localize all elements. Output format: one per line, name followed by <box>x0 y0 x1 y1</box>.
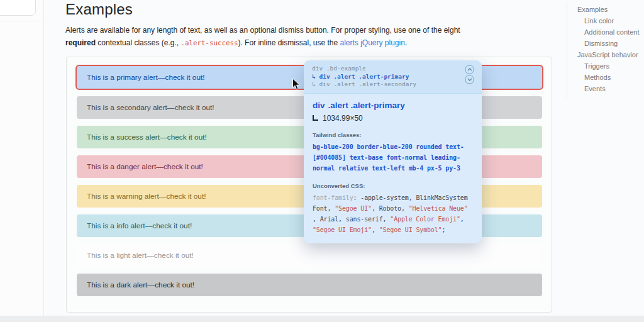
toc-item-triggers[interactable]: Triggers <box>567 60 643 72</box>
element-dimensions: 1034.99×50 <box>313 114 473 123</box>
toc-item-examples[interactable]: Examples <box>567 4 643 15</box>
toc-item-javascript-behavior[interactable]: JavaScript behavior <box>567 49 643 60</box>
chevron-up-button[interactable] <box>465 65 474 74</box>
chevron-up-icon <box>467 68 472 71</box>
selected-element-selector: div.alert .alert-primary <box>313 101 473 110</box>
ruler-corner-icon <box>313 115 318 121</box>
unconverted-css-label: Unconverted CSS: <box>313 182 473 189</box>
tree-node-div-alert-alert-secondary[interactable]: ↳ div .alert .alert-secondary <box>312 80 454 89</box>
toc-item-events[interactable]: Events <box>567 83 643 94</box>
intro-bold: required <box>65 38 96 47</box>
selector-classes: .alert .alert-primary <box>328 101 405 110</box>
search-box[interactable] <box>0 0 36 16</box>
css-code-line: "Segoe UI Emoji", "Segoe UI Symbol"; <box>313 225 473 235</box>
page-title: Examples <box>65 1 133 18</box>
css-code-line: Font, "Segoe UI", Roboto, "Helvetica Neu… <box>313 203 473 214</box>
tailwind-code-line: normal relative text-left mb-4 px-5 py-3 <box>313 163 473 174</box>
css-code-line: font-family: -apple-system, BlinkMacSyst… <box>313 192 473 203</box>
tailwind-code-line: bg-blue-200 border-blue-200 rounded text… <box>313 142 473 152</box>
alerts-jquery-plugin-link[interactable]: alerts jQuery plugin <box>340 38 405 47</box>
intro-paragraph: Alerts are available for any length of t… <box>65 25 460 49</box>
unconverted-css-code: font-family: -apple-system, BlinkMacSyst… <box>313 192 473 235</box>
sidebar-divider <box>0 21 43 21</box>
chevron-down-icon <box>467 78 472 81</box>
inline-code-alert-success: .alert-success <box>180 39 238 47</box>
mouse-cursor-icon <box>292 78 301 91</box>
intro-line-1: Alerts are available for any length of t… <box>65 25 460 37</box>
inspector-popup: div .bd-example↳ div .alert .alert-prima… <box>304 60 482 243</box>
bottom-band <box>0 316 644 322</box>
tailwind-classes-code: bg-blue-200 border-blue-200 rounded text… <box>313 142 473 174</box>
toc-item-additional-content[interactable]: Additional content <box>567 26 643 38</box>
inspector-nav <box>465 65 474 84</box>
docs-page: Examples Alerts are available for any le… <box>0 0 644 322</box>
toc-item-dismissing[interactable]: Dismissing <box>567 38 643 49</box>
toc-item-link-color[interactable]: Link color <box>567 15 643 26</box>
toc-item-methods[interactable]: Methods <box>567 72 643 83</box>
tailwind-classes-label: Tailwind classes: <box>313 131 473 138</box>
chevron-down-button[interactable] <box>465 75 474 84</box>
intro-line-2: required contextual classes (e.g., .aler… <box>65 37 460 50</box>
css-code-line: , Arial, sans-serif, "Apple Color Emoji"… <box>313 214 473 225</box>
table-of-contents: ExamplesLink colorAdditional contentDism… <box>567 3 643 98</box>
alert-dark[interactable]: This is a dark alert—check it out! <box>77 274 542 296</box>
left-sidebar <box>0 0 44 322</box>
inspector-tree: div .bd-example↳ div .alert .alert-prima… <box>304 60 482 94</box>
alert-light[interactable]: This is a light alert—check it out! <box>77 244 542 267</box>
selector-tag: div <box>313 101 325 110</box>
tree-node-div-alert-alert-primary[interactable]: ↳ div .alert .alert-primary <box>312 73 454 81</box>
tree-node-div-bd-example[interactable]: div .bd-example <box>312 65 454 73</box>
tailwind-code-line: [#004085] text-base font-normal leading- <box>313 152 473 163</box>
